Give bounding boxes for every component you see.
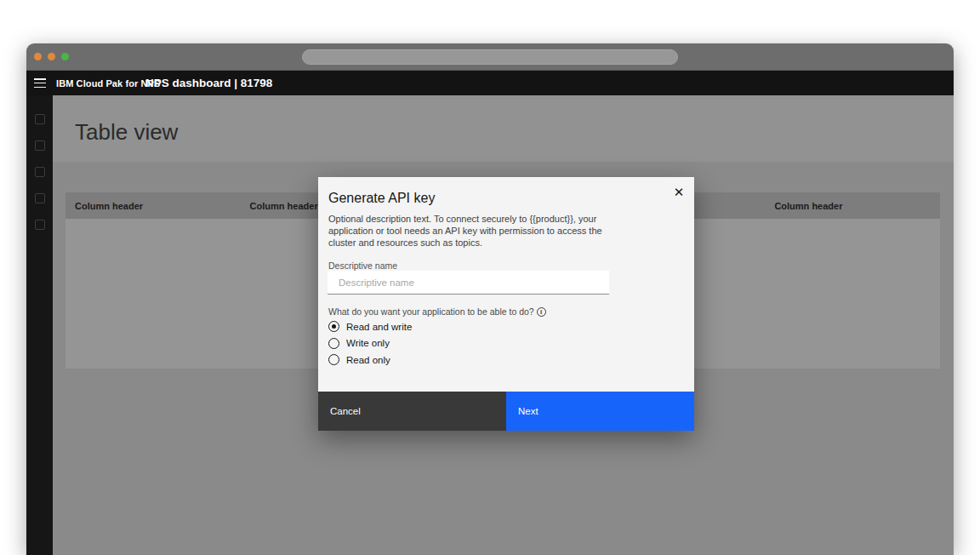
- permissions-legend: What do you want your application to be …: [328, 306, 546, 317]
- descriptive-name-label: Descriptive name: [328, 260, 397, 271]
- radio-write-only[interactable]: Write only: [328, 338, 412, 349]
- generate-api-key-modal: Generate API key ✕ Optional description …: [318, 177, 694, 431]
- radio-read-only[interactable]: Read only: [328, 354, 412, 365]
- nav-placeholder-icon[interactable]: [35, 167, 45, 177]
- modal-footer: Cancel Next: [318, 392, 694, 431]
- app-title: NPS dashboard | 81798: [145, 77, 272, 89]
- nav-placeholder-icon[interactable]: [35, 140, 45, 151]
- page-header-band: [53, 95, 954, 162]
- next-button[interactable]: Next: [506, 392, 694, 431]
- app-header: IBM Cloud Pak for NPS NPS dashboard | 81…: [26, 71, 954, 95]
- window-zoom-button[interactable]: [61, 53, 69, 60]
- side-nav: [26, 95, 53, 555]
- column-header[interactable]: Column header: [66, 201, 241, 211]
- radio-read-and-write[interactable]: Read and write: [328, 321, 412, 332]
- radio-label: Read and write: [346, 322, 412, 332]
- radio-button-icon[interactable]: [328, 338, 339, 349]
- radio-button-icon[interactable]: [328, 321, 339, 332]
- radio-label: Write only: [346, 338, 390, 348]
- window-close-button[interactable]: [34, 53, 42, 60]
- address-bar[interactable]: [302, 49, 678, 65]
- nav-placeholder-icon[interactable]: [35, 220, 45, 230]
- modal-title: Generate API key: [328, 191, 435, 206]
- browser-chrome: [26, 43, 954, 71]
- page-title: Table view: [75, 119, 178, 146]
- radio-label: Read only: [346, 355, 390, 365]
- descriptive-name-input[interactable]: [328, 271, 609, 295]
- menu-icon[interactable]: [34, 78, 46, 88]
- permissions-radio-group: Read and write Write only Read only: [328, 321, 412, 365]
- modal-description: Optional description text. To connect se…: [328, 213, 628, 249]
- close-icon[interactable]: ✕: [667, 180, 691, 204]
- permissions-legend-text: What do you want your application to be …: [328, 306, 534, 317]
- desktop-background: IBM Cloud Pak for NPS NPS dashboard | 81…: [0, 0, 980, 555]
- nav-placeholder-icon[interactable]: [35, 193, 45, 203]
- column-header[interactable]: Column header: [765, 201, 940, 211]
- radio-button-icon[interactable]: [328, 354, 339, 365]
- info-icon[interactable]: i: [537, 307, 546, 317]
- window-minimize-button[interactable]: [48, 53, 55, 60]
- nav-placeholder-icon[interactable]: [35, 114, 45, 124]
- cancel-button[interactable]: Cancel: [318, 392, 506, 431]
